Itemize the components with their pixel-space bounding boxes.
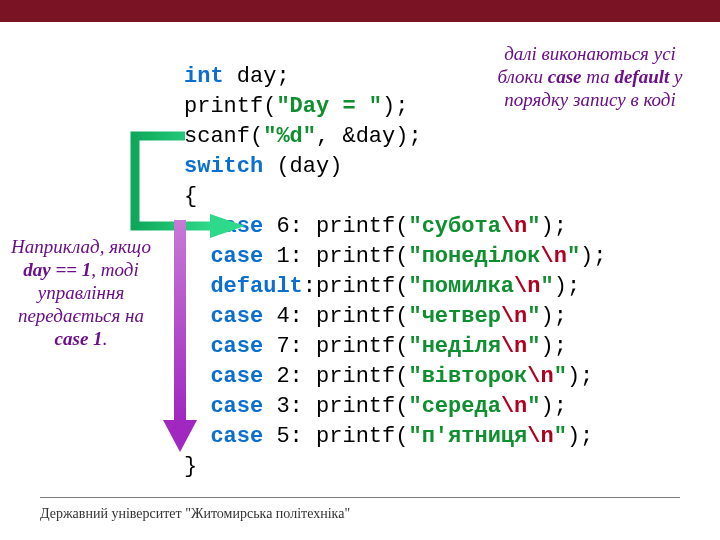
txt: 1: printf(: [263, 244, 408, 269]
txt: );: [540, 394, 566, 419]
svg-marker-2: [163, 420, 197, 452]
txt: );: [540, 334, 566, 359]
svg-marker-0: [210, 214, 245, 238]
txt: 6: printf(: [263, 214, 408, 239]
txt: );: [567, 364, 593, 389]
note-bold: case 1: [55, 328, 103, 349]
str: ": [567, 244, 580, 269]
kw-int: int: [184, 64, 224, 89]
brace: }: [184, 454, 197, 479]
str: "помилка: [408, 274, 514, 299]
txt: (day): [263, 154, 342, 179]
txt: );: [567, 424, 593, 449]
txt: );: [554, 274, 580, 299]
note-bold: case: [548, 66, 582, 87]
svg-rect-1: [174, 220, 186, 420]
txt: day;: [224, 64, 290, 89]
note-bold: default: [614, 66, 669, 87]
txt: 5: printf(: [263, 424, 408, 449]
txt: 2: printf(: [263, 364, 408, 389]
txt: printf(: [184, 94, 276, 119]
annotation-right: далі виконаються усі блоки case та defau…: [490, 42, 690, 111]
str: ": [540, 274, 553, 299]
txt: );: [580, 244, 606, 269]
annotation-left: Наприклад, якщо day == 1, тоді управлінн…: [6, 235, 156, 350]
footer-divider: [40, 497, 680, 498]
str: ": [554, 424, 567, 449]
str: "неділя: [408, 334, 500, 359]
str: ": [527, 214, 540, 239]
str: "вівторок: [408, 364, 527, 389]
str: "середа: [408, 394, 500, 419]
arrow-purple: [155, 220, 205, 455]
note-text: Наприклад, якщо: [11, 236, 151, 257]
txt: );: [540, 304, 566, 329]
str: "%d": [263, 124, 316, 149]
str: "п'ятниця: [408, 424, 527, 449]
str: "субота: [408, 214, 500, 239]
esc: \n: [527, 364, 553, 389]
txt: );: [382, 94, 408, 119]
txt: :printf(: [303, 274, 409, 299]
note-text: та: [581, 66, 614, 87]
str: "понеділок: [408, 244, 540, 269]
txt: );: [540, 214, 566, 239]
esc: \n: [501, 334, 527, 359]
str: ": [527, 394, 540, 419]
txt: , &day);: [316, 124, 422, 149]
note-bold: day == 1: [23, 259, 91, 280]
title-bar: [0, 0, 720, 22]
esc: \n: [501, 304, 527, 329]
txt: 3: printf(: [263, 394, 408, 419]
str: "Day = ": [276, 94, 382, 119]
str: ": [554, 364, 567, 389]
str: "четвер: [408, 304, 500, 329]
esc: \n: [501, 394, 527, 419]
str: ": [527, 334, 540, 359]
esc: \n: [527, 424, 553, 449]
esc: \n: [514, 274, 540, 299]
str: ": [527, 304, 540, 329]
esc: \n: [501, 214, 527, 239]
esc: \n: [540, 244, 566, 269]
note-text: .: [103, 328, 108, 349]
footer-text: Державний університет "Житомирська політ…: [40, 506, 350, 522]
txt: 4: printf(: [263, 304, 408, 329]
txt: 7: printf(: [263, 334, 408, 359]
